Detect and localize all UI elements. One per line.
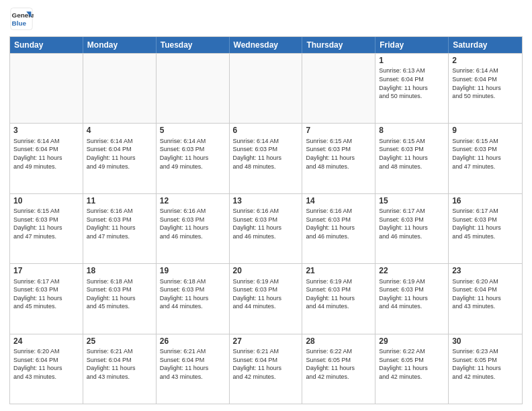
day-info: Sunrise: 6:21 AM Sunset: 6:04 PM Dayligh… xyxy=(233,347,299,381)
day-number: 6 xyxy=(233,126,299,135)
day-number: 9 xyxy=(452,126,519,135)
calendar-row-4: 17Sunrise: 6:17 AM Sunset: 6:03 PM Dayli… xyxy=(10,263,522,333)
day-info: Sunrise: 6:22 AM Sunset: 6:05 PM Dayligh… xyxy=(306,347,371,381)
page: General Blue SundayMondayTuesdayWednesda… xyxy=(0,0,532,411)
day-number: 2 xyxy=(452,56,519,65)
day-info: Sunrise: 6:22 AM Sunset: 6:05 PM Dayligh… xyxy=(379,347,445,381)
day-info: Sunrise: 6:16 AM Sunset: 6:03 PM Dayligh… xyxy=(87,207,152,240)
day-number: 28 xyxy=(306,336,371,346)
calendar-cell: 17Sunrise: 6:17 AM Sunset: 6:03 PM Dayli… xyxy=(10,264,83,333)
day-number: 11 xyxy=(87,196,152,205)
calendar-cell: 21Sunrise: 6:19 AM Sunset: 6:03 PM Dayli… xyxy=(302,264,375,333)
day-info: Sunrise: 6:20 AM Sunset: 6:04 PM Dayligh… xyxy=(13,347,79,381)
calendar-header: SundayMondayTuesdayWednesdayThursdayFrid… xyxy=(10,37,522,53)
day-info: Sunrise: 6:21 AM Sunset: 6:04 PM Dayligh… xyxy=(160,347,226,381)
day-info: Sunrise: 6:18 AM Sunset: 6:03 PM Dayligh… xyxy=(87,277,152,311)
calendar-cell xyxy=(157,54,230,123)
day-info: Sunrise: 6:14 AM Sunset: 6:03 PM Dayligh… xyxy=(233,137,299,171)
calendar-cell: 7Sunrise: 6:15 AM Sunset: 6:03 PM Daylig… xyxy=(302,124,375,193)
calendar-cell: 1Sunrise: 6:13 AM Sunset: 6:04 PM Daylig… xyxy=(375,54,449,123)
calendar-cell: 22Sunrise: 6:19 AM Sunset: 6:03 PM Dayli… xyxy=(375,264,449,333)
calendar-cell: 14Sunrise: 6:16 AM Sunset: 6:03 PM Dayli… xyxy=(302,194,375,263)
calendar-cell: 16Sunrise: 6:17 AM Sunset: 6:03 PM Dayli… xyxy=(449,194,522,263)
calendar-cell: 27Sunrise: 6:21 AM Sunset: 6:04 PM Dayli… xyxy=(230,334,303,404)
logo: General Blue xyxy=(9,7,34,31)
header-day-thursday: Thursday xyxy=(302,37,375,53)
day-info: Sunrise: 6:17 AM Sunset: 6:03 PM Dayligh… xyxy=(452,207,519,240)
calendar-row-3: 10Sunrise: 6:15 AM Sunset: 6:03 PM Dayli… xyxy=(10,193,522,263)
calendar-cell: 13Sunrise: 6:16 AM Sunset: 6:03 PM Dayli… xyxy=(230,194,303,263)
calendar-cell xyxy=(10,54,83,123)
calendar-cell: 3Sunrise: 6:14 AM Sunset: 6:04 PM Daylig… xyxy=(10,124,83,193)
day-number: 20 xyxy=(233,266,299,275)
calendar-cell xyxy=(83,54,157,123)
day-number: 25 xyxy=(87,336,152,346)
calendar-cell: 10Sunrise: 6:15 AM Sunset: 6:03 PM Dayli… xyxy=(10,194,83,263)
day-number: 17 xyxy=(13,266,79,275)
calendar-cell: 11Sunrise: 6:16 AM Sunset: 6:03 PM Dayli… xyxy=(83,194,157,263)
header-day-monday: Monday xyxy=(83,37,157,53)
day-number: 13 xyxy=(233,196,299,205)
day-number: 1 xyxy=(379,56,445,65)
day-number: 7 xyxy=(306,126,371,135)
calendar-cell: 20Sunrise: 6:19 AM Sunset: 6:03 PM Dayli… xyxy=(230,264,303,333)
day-number: 26 xyxy=(160,336,226,346)
svg-text:Blue: Blue xyxy=(12,19,27,27)
day-number: 8 xyxy=(379,126,445,135)
header-day-wednesday: Wednesday xyxy=(230,37,303,53)
header-day-tuesday: Tuesday xyxy=(157,37,230,53)
header-day-saturday: Saturday xyxy=(449,37,522,53)
day-info: Sunrise: 6:16 AM Sunset: 6:03 PM Dayligh… xyxy=(306,207,371,240)
day-info: Sunrise: 6:17 AM Sunset: 6:03 PM Dayligh… xyxy=(13,277,79,311)
calendar-cell: 8Sunrise: 6:15 AM Sunset: 6:03 PM Daylig… xyxy=(375,124,449,193)
day-number: 27 xyxy=(233,336,299,346)
day-number: 12 xyxy=(160,196,226,205)
calendar: SundayMondayTuesdayWednesdayThursdayFrid… xyxy=(9,36,523,404)
day-info: Sunrise: 6:21 AM Sunset: 6:04 PM Dayligh… xyxy=(87,347,152,381)
calendar-row-2: 3Sunrise: 6:14 AM Sunset: 6:04 PM Daylig… xyxy=(10,123,522,193)
day-info: Sunrise: 6:16 AM Sunset: 6:03 PM Dayligh… xyxy=(233,207,299,240)
day-number: 29 xyxy=(379,336,445,346)
day-info: Sunrise: 6:15 AM Sunset: 6:03 PM Dayligh… xyxy=(379,137,445,171)
day-number: 4 xyxy=(87,126,152,135)
day-info: Sunrise: 6:17 AM Sunset: 6:03 PM Dayligh… xyxy=(379,207,445,240)
day-info: Sunrise: 6:23 AM Sunset: 6:05 PM Dayligh… xyxy=(452,347,519,381)
calendar-row-1: 1Sunrise: 6:13 AM Sunset: 6:04 PM Daylig… xyxy=(10,53,522,123)
day-number: 16 xyxy=(452,196,519,205)
calendar-cell: 23Sunrise: 6:20 AM Sunset: 6:04 PM Dayli… xyxy=(449,264,522,333)
calendar-cell: 12Sunrise: 6:16 AM Sunset: 6:03 PM Dayli… xyxy=(157,194,230,263)
day-info: Sunrise: 6:19 AM Sunset: 6:03 PM Dayligh… xyxy=(233,277,299,311)
calendar-row-5: 24Sunrise: 6:20 AM Sunset: 6:04 PM Dayli… xyxy=(10,334,522,404)
day-info: Sunrise: 6:19 AM Sunset: 6:03 PM Dayligh… xyxy=(379,277,445,311)
day-info: Sunrise: 6:13 AM Sunset: 6:04 PM Dayligh… xyxy=(379,66,445,100)
calendar-cell: 6Sunrise: 6:14 AM Sunset: 6:03 PM Daylig… xyxy=(230,124,303,193)
calendar-cell: 28Sunrise: 6:22 AM Sunset: 6:05 PM Dayli… xyxy=(302,334,375,404)
calendar-cell xyxy=(302,54,375,123)
day-info: Sunrise: 6:18 AM Sunset: 6:03 PM Dayligh… xyxy=(160,277,226,311)
calendar-cell: 29Sunrise: 6:22 AM Sunset: 6:05 PM Dayli… xyxy=(375,334,449,404)
calendar-cell: 24Sunrise: 6:20 AM Sunset: 6:04 PM Dayli… xyxy=(10,334,83,404)
day-number: 30 xyxy=(452,336,519,346)
day-number: 14 xyxy=(306,196,371,205)
calendar-cell xyxy=(230,54,303,123)
day-number: 24 xyxy=(13,336,79,346)
calendar-cell: 26Sunrise: 6:21 AM Sunset: 6:04 PM Dayli… xyxy=(157,334,230,404)
day-info: Sunrise: 6:14 AM Sunset: 6:04 PM Dayligh… xyxy=(13,137,79,171)
day-number: 10 xyxy=(13,196,79,205)
calendar-cell: 4Sunrise: 6:14 AM Sunset: 6:04 PM Daylig… xyxy=(83,124,157,193)
day-info: Sunrise: 6:15 AM Sunset: 6:03 PM Dayligh… xyxy=(452,137,519,171)
day-info: Sunrise: 6:14 AM Sunset: 6:04 PM Dayligh… xyxy=(87,137,152,171)
day-info: Sunrise: 6:20 AM Sunset: 6:04 PM Dayligh… xyxy=(452,277,519,311)
calendar-cell: 19Sunrise: 6:18 AM Sunset: 6:03 PM Dayli… xyxy=(157,264,230,333)
day-number: 19 xyxy=(160,266,226,275)
calendar-cell: 9Sunrise: 6:15 AM Sunset: 6:03 PM Daylig… xyxy=(449,124,522,193)
logo-icon: General Blue xyxy=(9,7,34,31)
day-number: 21 xyxy=(306,266,371,275)
calendar-cell: 15Sunrise: 6:17 AM Sunset: 6:03 PM Dayli… xyxy=(375,194,449,263)
day-info: Sunrise: 6:19 AM Sunset: 6:03 PM Dayligh… xyxy=(306,277,371,311)
day-info: Sunrise: 6:14 AM Sunset: 6:04 PM Dayligh… xyxy=(452,66,519,100)
day-info: Sunrise: 6:14 AM Sunset: 6:03 PM Dayligh… xyxy=(160,137,226,171)
header-day-sunday: Sunday xyxy=(10,37,83,53)
day-info: Sunrise: 6:15 AM Sunset: 6:03 PM Dayligh… xyxy=(13,207,79,240)
day-number: 3 xyxy=(13,126,79,135)
